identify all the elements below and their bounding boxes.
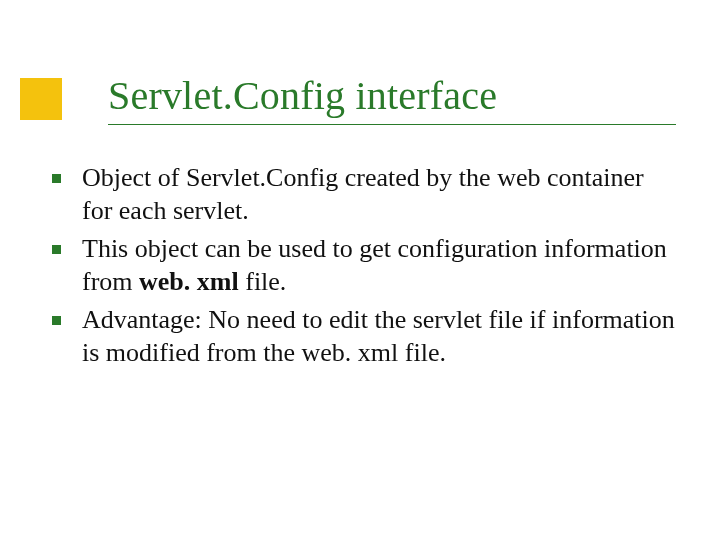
slide-body: Object of Servlet.Config created by the … <box>44 162 676 375</box>
bullet-text-pre: Object of Servlet.Config created by the … <box>82 163 644 225</box>
bullet-square-icon <box>52 245 61 254</box>
bullet-square-icon <box>52 174 61 183</box>
list-item: Object of Servlet.Config created by the … <box>44 162 676 227</box>
bullet-text-bold: web. xml <box>139 267 239 296</box>
title-underline <box>108 124 676 125</box>
title-block: Servlet.Config interface <box>108 74 676 125</box>
slide: Servlet.Config interface Object of Servl… <box>0 0 720 540</box>
list-item: This object can be used to get configura… <box>44 233 676 298</box>
bullet-text-post: file. <box>239 267 287 296</box>
list-item: Advantage: No need to edit the servlet f… <box>44 304 676 369</box>
slide-title: Servlet.Config interface <box>108 74 676 118</box>
bullet-list: Object of Servlet.Config created by the … <box>44 162 676 369</box>
accent-square <box>20 78 62 120</box>
bullet-square-icon <box>52 316 61 325</box>
bullet-text-pre: Advantage: No need to edit the servlet f… <box>82 305 675 367</box>
